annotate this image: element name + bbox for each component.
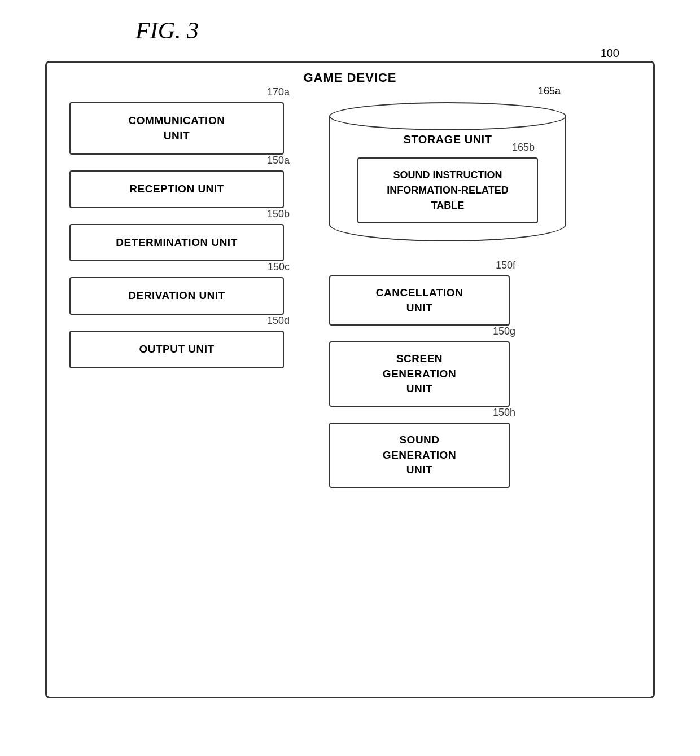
game-device-box: 100 GAME DEVICE 170a COMMUNICATIONUNIT 1… bbox=[45, 61, 655, 698]
derivation-unit-box: DERIVATION UNIT bbox=[69, 277, 284, 315]
derivation-unit-wrapper: 150c DERIVATION UNIT bbox=[69, 277, 284, 315]
sound-instruction-table-box: SOUND INSTRUCTIONINFORMATION-RELATEDTABL… bbox=[357, 157, 538, 223]
communication-unit-box: COMMUNICATIONUNIT bbox=[69, 102, 284, 155]
inner-table-ref: 165b bbox=[512, 142, 535, 153]
output-unit-box: OUTPUT UNIT bbox=[69, 331, 284, 368]
output-ref: 150d bbox=[267, 315, 290, 327]
cancellation-ref: 150f bbox=[496, 260, 515, 271]
determination-unit-wrapper: 150b DETERMINATION UNIT bbox=[69, 224, 284, 262]
cancellation-unit-box: CANCELLATIONUNIT bbox=[329, 275, 510, 326]
storage-wrapper: 165a STORAGE UNIT 165b SOUND INSTRUCTION… bbox=[329, 102, 566, 241]
determination-unit-box: DETERMINATION UNIT bbox=[69, 224, 284, 262]
derivation-ref: 150c bbox=[268, 261, 290, 273]
reception-unit-box: RECEPTION UNIT bbox=[69, 170, 284, 208]
right-column: 165a STORAGE UNIT 165b SOUND INSTRUCTION… bbox=[318, 102, 631, 488]
cylinder-body: STORAGE UNIT 165b SOUND INSTRUCTIONINFOR… bbox=[329, 116, 566, 241]
outer-ref: 100 bbox=[601, 47, 619, 60]
determination-ref: 150b bbox=[267, 208, 290, 220]
storage-ref-a: 165a bbox=[538, 85, 561, 97]
reception-ref: 150a bbox=[267, 155, 290, 166]
output-unit-wrapper: 150d OUTPUT UNIT bbox=[69, 331, 284, 368]
sound-generation-unit-wrapper: 150h SOUNDGENERATIONUNIT bbox=[329, 423, 510, 488]
figure-title: FIG. 3 bbox=[135, 17, 199, 44]
comm-ref: 170a bbox=[267, 86, 290, 98]
reception-unit-wrapper: 150a RECEPTION UNIT bbox=[69, 170, 284, 208]
screen-generation-unit-box: SCREENGENERATIONUNIT bbox=[329, 341, 510, 407]
storage-label: STORAGE UNIT bbox=[404, 133, 492, 146]
communication-unit-wrapper: 170a COMMUNICATIONUNIT bbox=[69, 102, 284, 155]
game-device-label: GAME DEVICE bbox=[303, 71, 396, 85]
cancellation-unit-wrapper: 150f CANCELLATIONUNIT bbox=[329, 275, 510, 326]
cylinder-top bbox=[329, 102, 566, 130]
right-units: 150f CANCELLATIONUNIT 150g SCREENGENERAT… bbox=[329, 275, 510, 488]
sound-gen-ref: 150h bbox=[493, 407, 515, 419]
screen-gen-ref: 150g bbox=[493, 326, 515, 337]
storage-cylinder: STORAGE UNIT 165b SOUND INSTRUCTIONINFOR… bbox=[329, 102, 566, 241]
sound-generation-unit-box: SOUNDGENERATIONUNIT bbox=[329, 423, 510, 488]
screen-generation-unit-wrapper: 150g SCREENGENERATIONUNIT bbox=[329, 341, 510, 407]
left-column: 170a COMMUNICATIONUNIT 150a RECEPTION UN… bbox=[69, 102, 284, 488]
